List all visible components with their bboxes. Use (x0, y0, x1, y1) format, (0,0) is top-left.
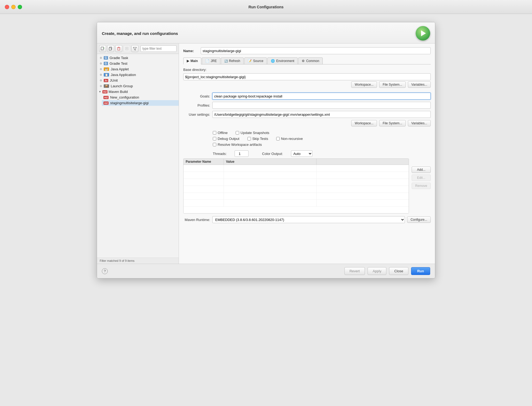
table-row (184, 193, 409, 200)
configuration-tree: ⚙ G Gradle Task ⚙ G Gradle Test ⚙ ☕ Java… (97, 54, 179, 258)
minimize-button[interactable] (11, 5, 16, 9)
base-dir-variables-button[interactable]: Variables... (408, 81, 431, 88)
configure-maven-button[interactable]: Configure... (407, 216, 431, 223)
tab-bar: ▶ Main 📄 JRE 🔄 Refresh 📝 Source (183, 57, 431, 64)
base-dir-filesystem-button[interactable]: File System... (379, 81, 406, 88)
filter-status: Filter matched 9 of 9 items (97, 258, 179, 264)
tab-common[interactable]: ⚙ Common (298, 57, 323, 64)
profiles-label: Profiles: (183, 103, 210, 107)
user-settings-variables-button[interactable]: Variables... (408, 120, 431, 126)
color-output-select[interactable]: Auto Never Always (291, 150, 312, 157)
run-button[interactable]: Run (411, 267, 430, 275)
filter-input[interactable] (141, 45, 177, 52)
user-settings-workspace-button[interactable]: Workspace... (351, 120, 377, 126)
base-dir-workspace-button[interactable]: Workspace... (351, 81, 377, 88)
duplicate-button[interactable] (107, 45, 114, 52)
configuration-panel: Name: ▶ Main 📄 JRE 🔄 Refresh (179, 44, 435, 264)
close-button-bottom[interactable]: Close (389, 267, 408, 275)
filter-button[interactable] (131, 45, 138, 52)
parameter-table: Parameter Name Value (183, 158, 409, 213)
threads-input[interactable] (235, 150, 249, 157)
maximize-button[interactable] (18, 5, 22, 9)
svg-marker-10 (133, 47, 136, 50)
help-button[interactable]: ? (102, 268, 108, 274)
base-dir-label: Base directory: (183, 68, 207, 72)
goals-label: Goals: (183, 94, 210, 98)
revert-button[interactable]: Revert (344, 267, 365, 275)
tree-item-stagingmultisitelarge-gigi[interactable]: m2 stagingmultisitelarge-gigi (102, 100, 179, 106)
user-settings-input[interactable] (212, 111, 431, 118)
offline-checkbox[interactable]: Offline (213, 131, 228, 135)
tree-group-maven-header[interactable]: ▼ m2 Maven Build (97, 89, 179, 95)
tree-item-java-application[interactable]: ⚙ 📋 Java Application (97, 72, 179, 78)
edit-parameter-button: Edit... (412, 175, 431, 181)
resolve-workspace-checkbox[interactable]: Resolve Workspace artifacts (213, 143, 262, 147)
tab-source[interactable]: 📝 Source (244, 57, 267, 64)
name-label: Name: (183, 49, 198, 53)
tree-group-maven: ▼ m2 Maven Build m2 New_configuration m2 (97, 89, 179, 106)
tree-item-junit[interactable]: ⚙ Ju JUnit (97, 78, 179, 83)
svg-rect-0 (101, 47, 103, 50)
tab-environment[interactable]: 🌐 Environment (267, 57, 298, 64)
close-button[interactable] (5, 5, 9, 9)
window-title: Run Configurations (249, 5, 284, 9)
delete-button[interactable] (115, 45, 122, 52)
skip-tests-checkbox[interactable]: Skip Tests (247, 137, 268, 141)
table-action-buttons: Add... Edit... Remove (412, 158, 431, 213)
goals-input[interactable] (212, 93, 431, 100)
param-col-name-header: Parameter Name (184, 159, 224, 165)
tab-jre[interactable]: 📄 JRE (202, 57, 220, 64)
tree-item-java-applet[interactable]: ⚙ ☕ Java Applet (97, 66, 179, 72)
param-col-value-header: Value (224, 159, 317, 165)
apply-button[interactable]: Apply (368, 267, 387, 275)
tree-item-new-configuration[interactable]: m2 New_configuration (102, 95, 179, 100)
table-row (184, 186, 409, 193)
color-output-label: Color Output: (262, 152, 283, 156)
tree-item-gradle-task[interactable]: ⚙ G Gradle Task (97, 55, 179, 61)
maven-runtime-label: Maven Runtime: (183, 218, 210, 222)
tree-item-gradle-test[interactable]: ⚙ G Gradle Test (97, 61, 179, 66)
user-settings-filesystem-button[interactable]: File System... (379, 120, 406, 126)
non-recursive-checkbox[interactable]: Non-recursive (276, 137, 303, 141)
tab-main[interactable]: ▶ Main (183, 57, 201, 64)
param-table-body (184, 165, 409, 213)
run-large-icon (416, 26, 430, 41)
add-parameter-button[interactable]: Add... (412, 166, 431, 173)
table-row (184, 172, 409, 179)
table-row (184, 165, 409, 172)
tree-item-launch-group[interactable]: ⚙ 📦 Launch Group (97, 83, 179, 89)
threads-label: Threads: (213, 152, 227, 156)
tab-refresh[interactable]: 🔄 Refresh (221, 57, 244, 64)
table-row (184, 200, 409, 207)
param-col-extra-header (317, 159, 409, 165)
debug-output-checkbox[interactable]: Debug Output (213, 137, 239, 141)
new-config-button[interactable] (99, 45, 106, 52)
maven-runtime-select[interactable]: EMBEDDED (3.8.6/3.8.601.20220820-1147) (212, 216, 405, 223)
update-snapshots-checkbox[interactable]: Update Snapshots (236, 131, 269, 135)
export-button (123, 45, 130, 52)
dialog-subtitle: Create, manage, and run configurations (102, 31, 178, 36)
base-dir-input[interactable] (183, 73, 431, 80)
name-input[interactable] (201, 47, 431, 54)
user-settings-label: User settings: (183, 113, 210, 117)
remove-parameter-button: Remove (412, 183, 431, 189)
profiles-input[interactable] (212, 102, 431, 109)
svg-rect-4 (109, 48, 111, 50)
table-row (184, 179, 409, 186)
svg-rect-5 (118, 48, 120, 50)
